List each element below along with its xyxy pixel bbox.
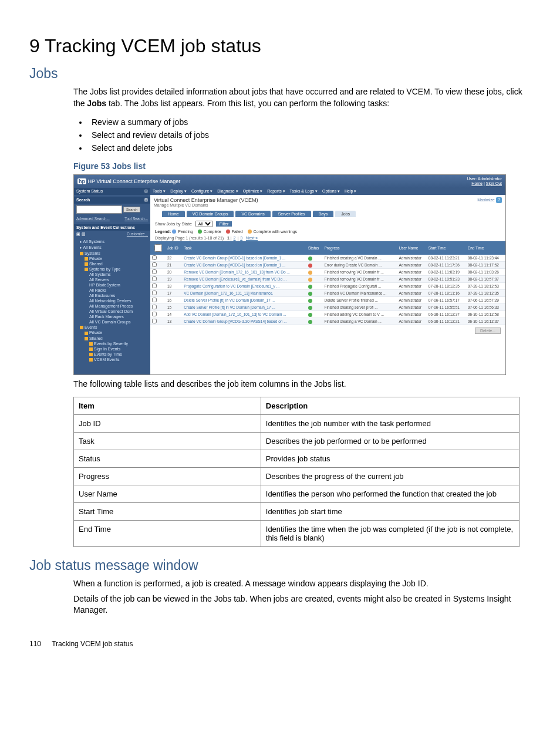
collapse-icon[interactable]: ⊟ <box>144 198 148 202</box>
table-row[interactable]: 13Create VC Domain Group [VCDG-3.30-PASS… <box>150 318 505 325</box>
tree-events-severity[interactable]: Events by Severity <box>76 341 148 346</box>
cell-task[interactable]: VC Domain [Domain_172_16_101_13] Mainten… <box>182 290 306 297</box>
cell-jobid: 21 <box>166 262 182 269</box>
menu-reports[interactable]: Reports ▾ <box>267 189 285 193</box>
state-select[interactable]: All <box>195 221 213 227</box>
search-input[interactable] <box>76 205 122 214</box>
tree-vcem-events[interactable]: VCEM Events <box>76 357 148 362</box>
col-checkbox[interactable] <box>150 241 166 255</box>
row-checkbox[interactable] <box>152 276 157 281</box>
col-username[interactable]: User Name <box>397 241 427 255</box>
menu-tools[interactable]: Tools ▾ <box>153 189 166 193</box>
tree-node[interactable]: All Networking Devices <box>76 298 148 303</box>
table-row[interactable]: 18Propagate Configuration to VC Domain [… <box>150 283 505 290</box>
after-figure-text: The following table lists and describes … <box>73 379 531 390</box>
tree-node[interactable]: All Rack Managers <box>76 314 148 319</box>
menu-options[interactable]: Options ▾ <box>322 189 340 193</box>
tree-systems[interactable]: Systems <box>76 251 148 256</box>
cell-task[interactable]: Add VC Domain [Domain_172_16_101_13] to … <box>182 311 306 318</box>
pager-1[interactable]: 1 <box>227 236 230 240</box>
tree-private[interactable]: Private <box>76 256 148 261</box>
tree-node[interactable]: All Racks <box>76 288 148 293</box>
pager-2[interactable]: 2 <box>234 236 236 240</box>
menu-configure[interactable]: Configure ▾ <box>191 189 212 193</box>
tree-events[interactable]: Events <box>76 325 148 330</box>
cell-task[interactable]: Remove VC Domain [Enclosure1_vc_domain] … <box>182 276 306 283</box>
tree-events-shared[interactable]: Shared <box>76 336 148 341</box>
tab-jobs[interactable]: Jobs <box>335 211 356 217</box>
tree-signin-events[interactable]: Sign In Events <box>76 346 148 352</box>
cell-task[interactable]: Delete Server Profile [tt] in VC Domain … <box>182 297 306 304</box>
menu-help[interactable]: Help ▾ <box>345 189 356 193</box>
col-progress[interactable]: Progress <box>323 241 397 255</box>
help-icon[interactable]: ? <box>496 197 502 203</box>
tree-events-private[interactable]: Private <box>76 330 148 335</box>
menu-deploy[interactable]: Deploy ▾ <box>170 189 187 193</box>
row-checkbox[interactable] <box>152 262 157 267</box>
row-checkbox[interactable] <box>152 312 157 316</box>
tab-vc-domain-groups[interactable]: VC Domain Groups <box>187 211 234 217</box>
customize-link[interactable]: Customize... <box>127 232 148 236</box>
table-row[interactable]: 14Add VC Domain [Domain_172_16_101_13] t… <box>150 311 505 318</box>
tree-all-systems[interactable]: ▸ All Systems <box>76 239 148 245</box>
cell-task[interactable]: Remove VC Domain [Domain_172_16_101_13] … <box>182 269 306 276</box>
cell-task[interactable]: Create VC Domain Group [VCDG-3.30-PASS14… <box>182 318 306 325</box>
row-checkbox[interactable] <box>152 269 157 274</box>
row-checkbox[interactable] <box>152 291 157 295</box>
expand-icon[interactable]: ⊞ <box>144 189 148 194</box>
tree-node[interactable]: All Enclosures <box>76 293 148 298</box>
tree-systems-by-type[interactable]: Systems by Type <box>76 266 148 272</box>
table-row[interactable]: 20Remove VC Domain [Domain_172_16_101_13… <box>150 269 505 276</box>
advanced-search-link[interactable]: Advanced Search... <box>76 217 110 221</box>
row-checkbox[interactable] <box>152 305 157 309</box>
row-checkbox[interactable] <box>152 298 157 302</box>
cell-task[interactable]: Propagate Configuration to VC Domain [En… <box>182 283 306 290</box>
tree-node[interactable]: All VC Domain Groups <box>76 319 148 325</box>
legend-complete: Complete <box>204 229 221 234</box>
col-task[interactable]: Task <box>182 241 306 255</box>
cell-task[interactable]: Create VC Domain Group [VCDG-1] based on… <box>182 262 306 269</box>
select-all-checkbox[interactable] <box>154 244 162 252</box>
tab-home[interactable]: Home <box>162 211 185 217</box>
tree-node[interactable]: All Systems <box>76 272 148 277</box>
row-checkbox[interactable] <box>152 283 157 288</box>
tree-node[interactable]: All Servers <box>76 277 148 282</box>
table-row[interactable]: 21Create VC Domain Group [VCDG-1] based … <box>150 262 505 269</box>
signout-link[interactable]: Sign Out <box>486 181 502 185</box>
tree-node[interactable]: HP BladeSystem <box>76 282 148 288</box>
filter-button[interactable]: Filter <box>216 221 232 227</box>
search-button[interactable]: Search <box>123 207 140 212</box>
pager-next[interactable]: Next » <box>246 236 258 240</box>
col-jobid[interactable]: Job ID <box>166 241 182 255</box>
home-link[interactable]: Home <box>471 181 483 185</box>
col-end[interactable]: End Time <box>466 241 505 255</box>
tree-all-events[interactable]: ▸ All Events <box>76 245 148 251</box>
cell-end: 07-06-11 16:56:33 <box>466 304 505 311</box>
tool-search-link[interactable]: Tool Search... <box>124 217 148 221</box>
menu-tasks-logs[interactable]: Tasks & Logs ▾ <box>289 189 318 193</box>
cell-task[interactable]: Create VC Domain Group [VCDG-1] based on… <box>182 255 306 262</box>
tab-bays[interactable]: Bays <box>313 211 334 217</box>
col-start[interactable]: Start Time <box>427 241 466 255</box>
menu-diagnose[interactable]: Diagnose ▾ <box>217 189 238 193</box>
row-checkbox[interactable] <box>152 255 157 260</box>
tree-node[interactable]: All Virtual Connect Dom <box>76 309 148 314</box>
cell-task[interactable]: Create Server Profile [tt] in VC Domain … <box>182 304 306 311</box>
table-row[interactable]: 17VC Domain [Domain_172_16_101_13] Maint… <box>150 290 505 297</box>
delete-button[interactable]: Delete... <box>475 328 501 334</box>
tree-node[interactable]: All Management Proces <box>76 303 148 309</box>
col-status[interactable]: Status <box>306 241 323 255</box>
table-row[interactable]: 19Remove VC Domain [Enclosure1_vc_domain… <box>150 276 505 283</box>
tree-icon[interactable]: ▣ ▥ <box>76 232 86 237</box>
table-row[interactable]: 22Create VC Domain Group [VCDG-1] based … <box>150 255 505 262</box>
tab-vc-domains[interactable]: VC Domains <box>235 211 270 217</box>
menu-optimize[interactable]: Optimize ▾ <box>243 189 263 193</box>
tab-server-profiles[interactable]: Server Profiles <box>272 211 311 217</box>
table-row[interactable]: 16Delete Server Profile [tt] in VC Domai… <box>150 297 505 304</box>
maximize-link[interactable]: Maximize <box>477 198 495 202</box>
table-row[interactable]: 15Create Server Profile [tt] in VC Domai… <box>150 304 505 311</box>
tree-events-time[interactable]: Events by Time <box>76 352 148 357</box>
row-checkbox[interactable] <box>152 319 157 323</box>
pager-3[interactable]: 3 <box>240 236 242 240</box>
tree-shared[interactable]: Shared <box>76 261 148 266</box>
